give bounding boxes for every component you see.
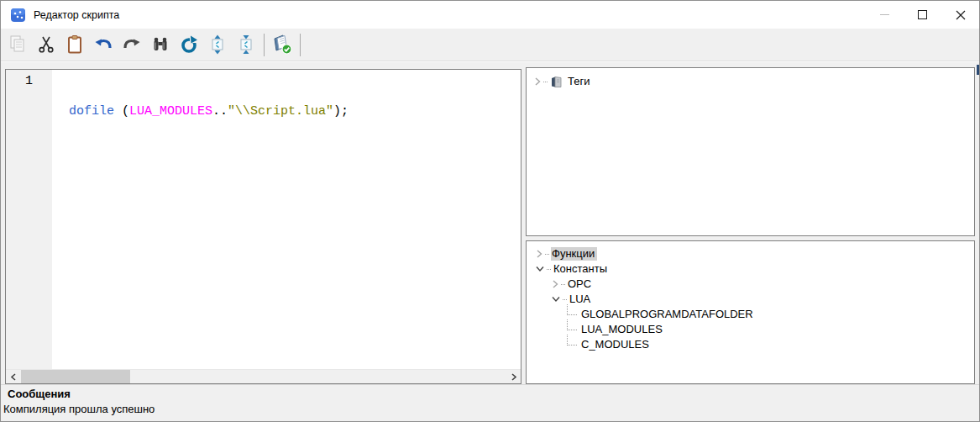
tree-item[interactable]: Константы (527, 261, 974, 277)
tree-item[interactable]: OPC (527, 277, 974, 292)
tree-leaf-connector (567, 304, 577, 315)
maximize-button[interactable] (904, 1, 941, 29)
window-title: Редактор скрипта (34, 9, 866, 21)
code-token-keyword: dofile (69, 104, 114, 119)
collapse-button[interactable] (232, 32, 260, 57)
tree-item-label: LUA_MODULES (580, 323, 665, 336)
app-icon (10, 7, 27, 24)
tree-leaf-connector (567, 319, 577, 330)
expand-button[interactable] (203, 32, 232, 57)
toolbar-separator (264, 34, 265, 56)
scroll-right-icon (511, 373, 517, 381)
scrollbar-track[interactable] (20, 370, 506, 383)
code-token-string: "\\Script.lua" (228, 104, 333, 119)
redo-button[interactable] (118, 32, 146, 57)
paste-button[interactable] (60, 32, 89, 57)
undo-icon (93, 34, 113, 55)
main-area: 1 dofile (LUA_MODULES.."\\Script.lua"); (1, 61, 979, 384)
chevron-down-icon (551, 294, 561, 304)
undo-button[interactable] (89, 32, 118, 57)
title-bar: Редактор скрипта (1, 1, 979, 29)
editor-body: 1 dofile (LUA_MODULES.."\\Script.lua"); (6, 70, 521, 369)
line-number: 1 (6, 74, 52, 88)
toolbar-separator (300, 34, 301, 56)
tree-item[interactable]: C_MODULES (527, 337, 974, 352)
maximize-icon (918, 10, 927, 19)
chevron-right-icon (533, 76, 542, 87)
chevron-right-icon (535, 249, 543, 259)
code-editor-panel: 1 dofile (LUA_MODULES.."\\Script.lua"); (5, 69, 521, 384)
tree-item[interactable]: LUA_MODULES (527, 322, 974, 337)
find-icon (150, 34, 170, 55)
minimize-icon (880, 14, 889, 15)
tree-connector (561, 284, 565, 285)
code-token-plain: ); (333, 104, 349, 119)
chevron-down-icon (535, 264, 545, 274)
code-token-constant: LUA_MODULES (129, 104, 212, 119)
tree-connector (563, 299, 567, 300)
paste-icon (65, 34, 85, 55)
scroll-right-button[interactable] (506, 370, 521, 383)
window-edge-mark (977, 65, 979, 75)
copy-icon (8, 34, 28, 55)
tags-panel: Теги (526, 67, 975, 236)
script-editor-window: Редактор скрипта (0, 0, 980, 422)
symbols-tree: ФункцииКонстантыOPCLUAGLOBALPROGRAMDATAF… (527, 246, 974, 352)
tree-item-label: GLOBALPROGRAMDATAFOLDER (580, 308, 756, 321)
tree-item[interactable]: GLOBALPROGRAMDATAFOLDER (527, 307, 974, 322)
tree-item-label: Функции (551, 247, 597, 261)
scroll-left-icon (10, 373, 17, 381)
symbols-panel: ФункцииКонстантыOPCLUAGLOBALPROGRAMDATAF… (526, 240, 975, 384)
refresh-button[interactable] (175, 32, 203, 57)
find-button[interactable] (146, 32, 175, 57)
tree-item[interactable]: Функции (527, 246, 974, 261)
toolbar (1, 29, 979, 61)
copy-button[interactable] (3, 32, 32, 57)
messages-body: Компиляция прошла успешно (1, 400, 979, 415)
chevron-right-icon (551, 279, 559, 289)
refresh-icon (179, 34, 199, 55)
compile-icon (271, 34, 293, 55)
tree-leaf-connector (567, 335, 577, 346)
line-number-gutter: 1 (6, 70, 52, 369)
cut-icon (36, 34, 56, 55)
tree-connector (543, 82, 548, 82)
scroll-left-button[interactable] (6, 370, 20, 383)
close-icon (956, 10, 966, 20)
tags-book-icon (550, 76, 563, 88)
cut-button[interactable] (32, 32, 60, 57)
redo-icon (122, 34, 142, 55)
messages-panel: Сообщения Компиляция прошла успешно (1, 384, 979, 421)
collapse-icon (236, 34, 256, 55)
tree-item-label: OPC (567, 277, 594, 291)
close-button[interactable] (941, 1, 979, 29)
minimize-button[interactable] (866, 1, 904, 29)
tree-connector (545, 254, 549, 255)
code-line: dofile (LUA_MODULES.."\\Script.lua"); (69, 104, 521, 119)
right-column: Теги ФункцииКонстантыOPCLUAGLOBALPROGRAM… (526, 67, 975, 384)
code-token-plain: ( (114, 104, 129, 119)
code-area[interactable]: dofile (LUA_MODULES.."\\Script.lua"); (52, 70, 521, 369)
tree-item-label: Теги (567, 75, 592, 88)
scrollbar-thumb[interactable] (21, 370, 130, 383)
horizontal-scrollbar[interactable] (6, 369, 521, 383)
messages-header: Сообщения (1, 385, 979, 400)
tree-item-label: Константы (553, 262, 610, 276)
code-token-plain: .. (212, 104, 228, 119)
expand-icon (207, 34, 228, 55)
tree-item-label: C_MODULES (580, 338, 652, 351)
tree-item-tags[interactable]: Теги (527, 74, 974, 89)
tree-item[interactable]: LUA (527, 292, 974, 307)
compile-button[interactable] (268, 32, 296, 57)
tree-connector (547, 269, 551, 270)
